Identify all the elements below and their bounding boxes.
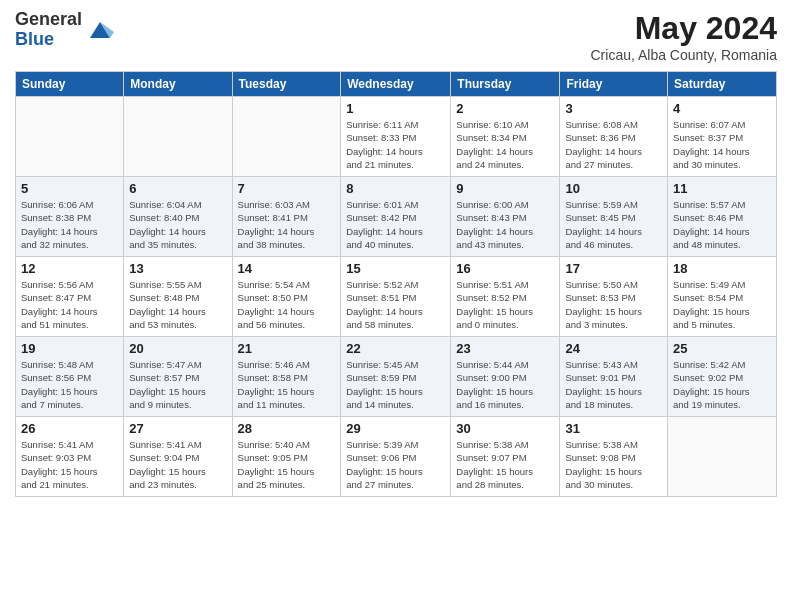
table-row bbox=[124, 97, 232, 177]
day-info: Sunrise: 5:43 AMSunset: 9:01 PMDaylight:… bbox=[565, 358, 662, 411]
day-number: 29 bbox=[346, 421, 445, 436]
day-number: 26 bbox=[21, 421, 118, 436]
location: Cricau, Alba County, Romania bbox=[591, 47, 778, 63]
day-info: Sunrise: 6:00 AMSunset: 8:43 PMDaylight:… bbox=[456, 198, 554, 251]
table-row: 8Sunrise: 6:01 AMSunset: 8:42 PMDaylight… bbox=[341, 177, 451, 257]
table-row: 29Sunrise: 5:39 AMSunset: 9:06 PMDayligh… bbox=[341, 417, 451, 497]
day-number: 31 bbox=[565, 421, 662, 436]
day-info: Sunrise: 6:11 AMSunset: 8:33 PMDaylight:… bbox=[346, 118, 445, 171]
table-row: 11Sunrise: 5:57 AMSunset: 8:46 PMDayligh… bbox=[668, 177, 777, 257]
table-row: 7Sunrise: 6:03 AMSunset: 8:41 PMDaylight… bbox=[232, 177, 341, 257]
page-header: General Blue May 2024 Cricau, Alba Count… bbox=[15, 10, 777, 63]
table-row: 6Sunrise: 6:04 AMSunset: 8:40 PMDaylight… bbox=[124, 177, 232, 257]
table-row: 21Sunrise: 5:46 AMSunset: 8:58 PMDayligh… bbox=[232, 337, 341, 417]
day-number: 4 bbox=[673, 101, 771, 116]
logo: General Blue bbox=[15, 10, 114, 50]
logo-general: General bbox=[15, 10, 82, 30]
day-number: 7 bbox=[238, 181, 336, 196]
calendar-week-row: 12Sunrise: 5:56 AMSunset: 8:47 PMDayligh… bbox=[16, 257, 777, 337]
header-tuesday: Tuesday bbox=[232, 72, 341, 97]
table-row: 3Sunrise: 6:08 AMSunset: 8:36 PMDaylight… bbox=[560, 97, 668, 177]
day-info: Sunrise: 5:50 AMSunset: 8:53 PMDaylight:… bbox=[565, 278, 662, 331]
day-number: 18 bbox=[673, 261, 771, 276]
day-number: 25 bbox=[673, 341, 771, 356]
day-number: 21 bbox=[238, 341, 336, 356]
day-number: 3 bbox=[565, 101, 662, 116]
table-row: 15Sunrise: 5:52 AMSunset: 8:51 PMDayligh… bbox=[341, 257, 451, 337]
day-number: 30 bbox=[456, 421, 554, 436]
table-row: 17Sunrise: 5:50 AMSunset: 8:53 PMDayligh… bbox=[560, 257, 668, 337]
day-number: 14 bbox=[238, 261, 336, 276]
day-number: 23 bbox=[456, 341, 554, 356]
table-row: 30Sunrise: 5:38 AMSunset: 9:07 PMDayligh… bbox=[451, 417, 560, 497]
day-info: Sunrise: 5:51 AMSunset: 8:52 PMDaylight:… bbox=[456, 278, 554, 331]
day-number: 27 bbox=[129, 421, 226, 436]
calendar-week-row: 19Sunrise: 5:48 AMSunset: 8:56 PMDayligh… bbox=[16, 337, 777, 417]
day-info: Sunrise: 5:54 AMSunset: 8:50 PMDaylight:… bbox=[238, 278, 336, 331]
calendar-week-row: 26Sunrise: 5:41 AMSunset: 9:03 PMDayligh… bbox=[16, 417, 777, 497]
day-info: Sunrise: 6:08 AMSunset: 8:36 PMDaylight:… bbox=[565, 118, 662, 171]
day-info: Sunrise: 5:52 AMSunset: 8:51 PMDaylight:… bbox=[346, 278, 445, 331]
month-year: May 2024 bbox=[591, 10, 778, 47]
calendar-week-row: 1Sunrise: 6:11 AMSunset: 8:33 PMDaylight… bbox=[16, 97, 777, 177]
day-number: 12 bbox=[21, 261, 118, 276]
day-info: Sunrise: 6:04 AMSunset: 8:40 PMDaylight:… bbox=[129, 198, 226, 251]
table-row: 10Sunrise: 5:59 AMSunset: 8:45 PMDayligh… bbox=[560, 177, 668, 257]
day-info: Sunrise: 5:57 AMSunset: 8:46 PMDaylight:… bbox=[673, 198, 771, 251]
calendar-header-row: Sunday Monday Tuesday Wednesday Thursday… bbox=[16, 72, 777, 97]
day-number: 11 bbox=[673, 181, 771, 196]
header-thursday: Thursday bbox=[451, 72, 560, 97]
day-info: Sunrise: 5:40 AMSunset: 9:05 PMDaylight:… bbox=[238, 438, 336, 491]
day-number: 2 bbox=[456, 101, 554, 116]
day-info: Sunrise: 5:47 AMSunset: 8:57 PMDaylight:… bbox=[129, 358, 226, 411]
day-number: 10 bbox=[565, 181, 662, 196]
day-info: Sunrise: 5:56 AMSunset: 8:47 PMDaylight:… bbox=[21, 278, 118, 331]
table-row bbox=[232, 97, 341, 177]
day-info: Sunrise: 6:03 AMSunset: 8:41 PMDaylight:… bbox=[238, 198, 336, 251]
table-row: 9Sunrise: 6:00 AMSunset: 8:43 PMDaylight… bbox=[451, 177, 560, 257]
table-row: 5Sunrise: 6:06 AMSunset: 8:38 PMDaylight… bbox=[16, 177, 124, 257]
title-section: May 2024 Cricau, Alba County, Romania bbox=[591, 10, 778, 63]
table-row: 23Sunrise: 5:44 AMSunset: 9:00 PMDayligh… bbox=[451, 337, 560, 417]
day-number: 17 bbox=[565, 261, 662, 276]
day-info: Sunrise: 5:39 AMSunset: 9:06 PMDaylight:… bbox=[346, 438, 445, 491]
table-row bbox=[668, 417, 777, 497]
day-number: 19 bbox=[21, 341, 118, 356]
day-number: 13 bbox=[129, 261, 226, 276]
day-number: 20 bbox=[129, 341, 226, 356]
day-info: Sunrise: 6:01 AMSunset: 8:42 PMDaylight:… bbox=[346, 198, 445, 251]
table-row: 1Sunrise: 6:11 AMSunset: 8:33 PMDaylight… bbox=[341, 97, 451, 177]
table-row: 24Sunrise: 5:43 AMSunset: 9:01 PMDayligh… bbox=[560, 337, 668, 417]
day-number: 22 bbox=[346, 341, 445, 356]
day-info: Sunrise: 5:49 AMSunset: 8:54 PMDaylight:… bbox=[673, 278, 771, 331]
day-info: Sunrise: 5:38 AMSunset: 9:07 PMDaylight:… bbox=[456, 438, 554, 491]
calendar-week-row: 5Sunrise: 6:06 AMSunset: 8:38 PMDaylight… bbox=[16, 177, 777, 257]
day-info: Sunrise: 5:55 AMSunset: 8:48 PMDaylight:… bbox=[129, 278, 226, 331]
table-row: 16Sunrise: 5:51 AMSunset: 8:52 PMDayligh… bbox=[451, 257, 560, 337]
table-row: 14Sunrise: 5:54 AMSunset: 8:50 PMDayligh… bbox=[232, 257, 341, 337]
day-number: 1 bbox=[346, 101, 445, 116]
table-row: 4Sunrise: 6:07 AMSunset: 8:37 PMDaylight… bbox=[668, 97, 777, 177]
day-number: 15 bbox=[346, 261, 445, 276]
table-row: 18Sunrise: 5:49 AMSunset: 8:54 PMDayligh… bbox=[668, 257, 777, 337]
day-info: Sunrise: 5:44 AMSunset: 9:00 PMDaylight:… bbox=[456, 358, 554, 411]
day-number: 9 bbox=[456, 181, 554, 196]
day-info: Sunrise: 5:59 AMSunset: 8:45 PMDaylight:… bbox=[565, 198, 662, 251]
header-saturday: Saturday bbox=[668, 72, 777, 97]
header-friday: Friday bbox=[560, 72, 668, 97]
logo-blue: Blue bbox=[15, 30, 82, 50]
table-row: 26Sunrise: 5:41 AMSunset: 9:03 PMDayligh… bbox=[16, 417, 124, 497]
day-number: 24 bbox=[565, 341, 662, 356]
header-monday: Monday bbox=[124, 72, 232, 97]
day-info: Sunrise: 5:48 AMSunset: 8:56 PMDaylight:… bbox=[21, 358, 118, 411]
header-wednesday: Wednesday bbox=[341, 72, 451, 97]
table-row: 25Sunrise: 5:42 AMSunset: 9:02 PMDayligh… bbox=[668, 337, 777, 417]
table-row: 27Sunrise: 5:41 AMSunset: 9:04 PMDayligh… bbox=[124, 417, 232, 497]
table-row: 22Sunrise: 5:45 AMSunset: 8:59 PMDayligh… bbox=[341, 337, 451, 417]
table-row: 28Sunrise: 5:40 AMSunset: 9:05 PMDayligh… bbox=[232, 417, 341, 497]
day-number: 16 bbox=[456, 261, 554, 276]
page-container: General Blue May 2024 Cricau, Alba Count… bbox=[0, 0, 792, 507]
day-info: Sunrise: 6:10 AMSunset: 8:34 PMDaylight:… bbox=[456, 118, 554, 171]
day-number: 5 bbox=[21, 181, 118, 196]
table-row: 12Sunrise: 5:56 AMSunset: 8:47 PMDayligh… bbox=[16, 257, 124, 337]
